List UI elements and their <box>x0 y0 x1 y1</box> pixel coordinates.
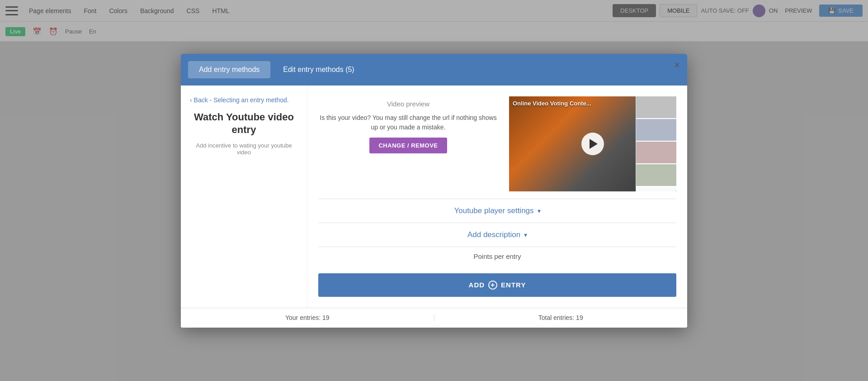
sidebar-thumb-4 <box>636 164 676 187</box>
play-button[interactable] <box>581 133 604 155</box>
video-preview-description: Is this your video? You may still change… <box>318 113 498 132</box>
left-panel: Back - Selecting an entry method. Watch … <box>181 86 307 308</box>
video-section: Video preview Is this your video? You ma… <box>307 86 687 199</box>
youtube-settings-chevron-icon: ▾ <box>538 207 541 214</box>
video-thumb-inner: Online Video Voting Conte... <box>509 96 676 191</box>
sidebar-thumb-1 <box>636 96 676 119</box>
tab-add-entry-methods[interactable]: Add entry methods <box>188 61 270 78</box>
entry-title: Watch Youtube video entry <box>190 111 298 137</box>
entry-label: ENTRY <box>501 281 526 289</box>
right-panel: Video preview Is this your video? You ma… <box>307 86 687 308</box>
video-thumbnail[interactable]: Online Video Voting Conte... <box>509 96 676 191</box>
points-label: Points per entry <box>473 252 521 260</box>
sidebar-thumb-3 <box>636 142 676 164</box>
modal-tabs-bar: Add entry methods Edit entry methods (5) <box>181 54 687 86</box>
add-description-label: Add description <box>467 230 520 239</box>
add-entry-button[interactable]: ADD + ENTRY <box>318 273 676 297</box>
modal-overlay: × Add entry methods Edit entry methods (… <box>0 0 868 381</box>
tab-edit-entry-methods[interactable]: Edit entry methods (5) <box>272 61 365 78</box>
modal-body: Back - Selecting an entry method. Watch … <box>181 86 687 308</box>
video-preview-info: Video preview Is this your video? You ma… <box>318 96 498 153</box>
modal-close-button[interactable]: × <box>674 59 680 71</box>
add-label: ADD <box>469 281 485 289</box>
sidebar-thumb-2 <box>636 119 676 142</box>
modal: × Add entry methods Edit entry methods (… <box>181 54 687 328</box>
video-title-overlay: Online Video Voting Conte... <box>513 100 654 107</box>
plus-circle-icon: + <box>488 281 497 290</box>
youtube-settings-label: Youtube player settings <box>454 206 533 215</box>
back-link[interactable]: Back - Selecting an entry method. <box>190 96 298 104</box>
change-remove-button[interactable]: CHANGE / REMOVE <box>369 138 447 153</box>
video-sidebar <box>636 96 676 191</box>
entry-description: Add incentive to wating your youtube vid… <box>190 142 298 156</box>
video-preview-title: Video preview <box>387 100 429 108</box>
your-entries: Your entries: 19 <box>181 314 434 321</box>
total-entries: Total entries: 19 <box>434 314 688 321</box>
add-description-chevron-icon: ▾ <box>524 231 527 238</box>
points-section: Points per entry <box>307 247 687 268</box>
add-description-section[interactable]: Add description ▾ <box>307 223 687 247</box>
youtube-player-settings-section[interactable]: Youtube player settings ▾ <box>307 199 687 223</box>
modal-footer: Your entries: 19 Total entries: 19 <box>181 308 687 328</box>
